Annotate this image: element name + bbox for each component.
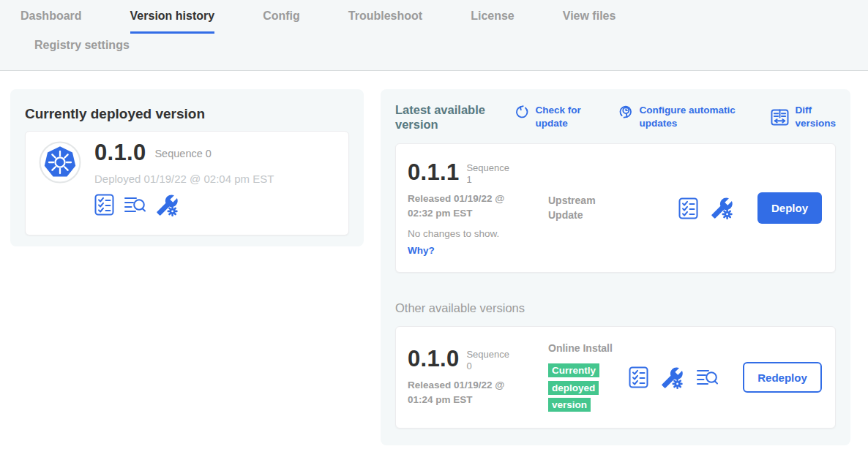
currently-deployed-badge: Currently deployed version <box>548 363 599 412</box>
preflight-checks-icon[interactable] <box>629 366 648 388</box>
config-icon[interactable] <box>156 194 179 216</box>
primary-tab-row: Dashboard Version history Config Trouble… <box>0 0 868 34</box>
other-sequence-label: Sequence 0 <box>466 349 513 371</box>
refresh-icon <box>515 105 529 119</box>
tab-license[interactable]: License <box>471 10 515 34</box>
tab-config[interactable]: Config <box>263 10 300 34</box>
tab-view-files[interactable]: View files <box>563 10 616 34</box>
configure-automatic-updates-link[interactable]: Configure automatic updates <box>618 104 741 129</box>
deployed-version-details: 0.1.0 Sequence 0 Deployed 01/19/22 @ 02:… <box>94 141 274 216</box>
latest-released-timestamp: Released 01/19/22 @ 02:32 pm EST <box>408 192 528 222</box>
why-link[interactable]: Why? <box>408 245 548 256</box>
available-versions-card: Latest available version Check for updat… <box>381 89 850 445</box>
diff-icon <box>771 109 789 126</box>
diff-versions-link[interactable]: Diff versions <box>771 104 836 129</box>
currently-deployed-card: Currently deployed version 0.1.0 Sequenc… <box>10 89 364 246</box>
check-for-update-link[interactable]: Check for update <box>515 104 589 129</box>
deployed-version-number: 0.1.0 <box>94 141 146 165</box>
deployed-version-row: 0.1.0 Sequence 0 Deployed 01/19/22 @ 02:… <box>25 131 349 235</box>
latest-changes-note: No changes to show. <box>408 228 548 239</box>
deploy-logs-icon[interactable] <box>696 368 719 388</box>
tab-troubleshoot[interactable]: Troubleshoot <box>348 10 422 34</box>
deployed-sequence-label: Sequence 0 <box>154 148 211 159</box>
redeploy-button[interactable]: Redeploy <box>743 362 822 393</box>
currently-deployed-title: Currently deployed version <box>25 106 349 122</box>
latest-version-row: 0.1.1 Sequence 1 Released 01/19/22 @ 02:… <box>395 143 836 273</box>
latest-available-title: Latest available version <box>395 102 500 132</box>
latest-source-label: Upstream Update <box>548 194 621 222</box>
tab-dashboard[interactable]: Dashboard <box>20 10 82 34</box>
config-icon[interactable] <box>711 197 733 219</box>
latest-version-number: 0.1.1 <box>408 161 459 185</box>
config-icon[interactable] <box>661 366 684 389</box>
secondary-tab-row: Registry settings <box>0 34 868 63</box>
auto-update-icon <box>618 105 633 119</box>
preflight-checks-icon[interactable] <box>678 197 698 219</box>
deployed-timestamp: Deployed 01/19/22 @ 02:04 pm EST <box>94 173 274 185</box>
other-released-timestamp: Released 01/19/22 @ 01:24 pm EST <box>408 378 528 408</box>
other-source-label: Online Install <box>548 341 621 356</box>
tab-registry-settings[interactable]: Registry settings <box>34 39 130 63</box>
deploy-button[interactable]: Deploy <box>757 192 822 224</box>
kubernetes-logo-icon <box>39 141 81 186</box>
top-navigation: Dashboard Version history Config Trouble… <box>0 0 868 71</box>
other-versions-heading: Other available versions <box>395 301 836 315</box>
latest-sequence-label: Sequence 1 <box>466 162 513 185</box>
other-version-number: 0.1.0 <box>408 347 459 371</box>
tab-version-history[interactable]: Version history <box>130 10 215 34</box>
other-version-row: 0.1.0 Sequence 0 Released 01/19/22 @ 01:… <box>395 326 836 429</box>
deploy-logs-icon[interactable] <box>124 195 146 215</box>
preflight-checks-icon[interactable] <box>94 194 114 216</box>
